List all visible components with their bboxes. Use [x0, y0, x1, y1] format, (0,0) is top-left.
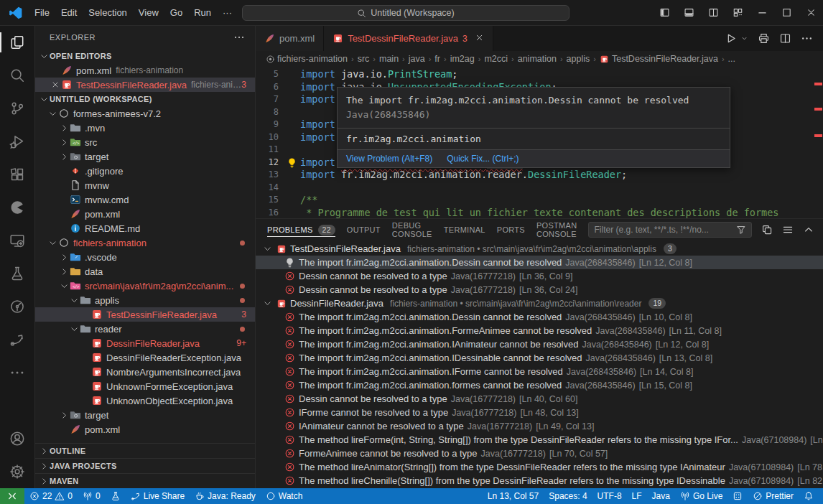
section-maven[interactable]: MAVEN: [35, 473, 255, 488]
problems-file-dessinfilereader.java[interactable]: DessinFileReader.java fichiers-animation…: [256, 297, 823, 310]
tree-item-nombreargumentsincorrect.java[interactable]: NombreArgumentsIncorrect.java: [35, 365, 255, 379]
maximize-icon[interactable]: [774, 0, 799, 25]
status-flask-status[interactable]: [106, 488, 126, 504]
breadcrumb-item-animation[interactable]: animation: [518, 54, 557, 64]
tree-item-target[interactable]: target: [35, 408, 255, 422]
tree-item-.mvn[interactable]: .mvn: [35, 121, 255, 135]
section-untitled-workspace-[interactable]: UNTITLED (WORKSPACE): [35, 92, 255, 106]
problem-row[interactable]: The method lireForme(int, String, String…: [256, 433, 823, 447]
problems-filter-input[interactable]: [594, 225, 732, 235]
minimize-icon[interactable]: [750, 0, 774, 25]
breadcrumb-item-java[interactable]: java: [409, 54, 425, 64]
filter-funnel-icon[interactable]: [736, 225, 746, 235]
breadcrumb-item-testdessinfilereader.java[interactable]: TestDessinFileReader.java: [600, 54, 718, 64]
remote-indicator[interactable]: [0, 488, 24, 504]
sidebar-more-actions-icon[interactable]: [233, 32, 245, 43]
breadcrumb-item-im2ag[interactable]: im2ag: [450, 54, 475, 64]
breadcrumb-item-applis[interactable]: applis: [567, 54, 590, 64]
activity-item-extensions[interactable]: [0, 158, 34, 191]
problem-row[interactable]: The method lireAnimator(String[]) from t…: [256, 460, 823, 474]
activity-item-testing[interactable]: [0, 257, 34, 290]
status-language-mode[interactable]: Java: [647, 488, 675, 504]
problem-row[interactable]: IAnimateur cannot be resolved to a type …: [256, 419, 823, 433]
breadcrumb-item-main[interactable]: main: [379, 54, 399, 64]
status-problems-status[interactable]: 220: [24, 488, 78, 504]
chevron-up-icon[interactable]: [803, 224, 814, 235]
tree-item-unknownformeexception.java[interactable]: UnknownFormeException.java: [35, 379, 255, 393]
view-problem-link[interactable]: View Problem (Alt+F8): [346, 154, 432, 164]
tree-item-src-main-java-fr-im2ag-m2cci-anim...[interactable]: </>src\main\java\fr\im2ag\m2cci\anim...: [35, 279, 255, 293]
menu-go[interactable]: Go: [164, 5, 188, 20]
activity-item-more-views[interactable]: [0, 356, 34, 389]
tree-item-readme.md[interactable]: README.md: [35, 221, 255, 235]
problem-row[interactable]: IForme cannot be resolved to a type Java…: [256, 406, 823, 419]
tree-item-pom.xml[interactable]: pom.xml: [35, 422, 255, 437]
tree-item-reader[interactable]: reader: [35, 322, 255, 336]
status-go-live[interactable]: Go Live: [675, 488, 727, 504]
problem-row[interactable]: The import fr.im2ag.m2cci.animation.IDes…: [256, 351, 823, 365]
problem-row[interactable]: The import fr.im2ag.m2cci.animation.IAni…: [256, 337, 823, 351]
status-prettier[interactable]: Prettier: [748, 488, 799, 504]
tree-item-src[interactable]: </>src: [35, 135, 255, 149]
menu-edit[interactable]: Edit: [55, 5, 83, 20]
layout-split-icon[interactable]: [701, 0, 725, 25]
problems-file-testdessinfilereader.java[interactable]: TestDessinFileReader.java fichiers-anima…: [256, 242, 823, 256]
tree-item-target[interactable]: target: [35, 149, 255, 164]
more-actions-icon[interactable]: [801, 32, 813, 45]
activity-item-search[interactable]: [0, 59, 34, 92]
problem-row[interactable]: Dessin cannot be resolved to a type Java…: [256, 269, 823, 283]
problem-row[interactable]: The method lireChenille(String[]) from t…: [256, 474, 823, 487]
menu-run[interactable]: Run: [188, 5, 217, 20]
problem-row[interactable]: The import fr.im2ag.m2cci.animation.Form…: [256, 324, 823, 337]
tree-item-testdessinfilereader.java[interactable]: TestDessinFileReader.java3: [35, 307, 255, 322]
tree-item-pom.xml[interactable]: pom.xml: [35, 207, 255, 221]
tree-item-fichiers-animation[interactable]: fichiers-animation: [35, 235, 255, 250]
tree-item-testdessinfilereader.java[interactable]: TestDessinFileReader.javafichiers-animat…: [35, 78, 255, 92]
run-dropdown-icon[interactable]: [740, 34, 748, 42]
breadcrumb-item-fr[interactable]: fr: [434, 54, 440, 64]
activity-item-live-share[interactable]: [0, 323, 34, 356]
run-button[interactable]: [725, 32, 737, 45]
problem-row[interactable]: Dessin cannot be resolved to a type Java…: [256, 283, 823, 297]
panel-tab-terminal[interactable]: TERMINAL: [444, 219, 485, 241]
tree-item-applis[interactable]: applis: [35, 293, 255, 307]
code-line-16[interactable]: 16 * Programme de test qui lit un fichie…: [256, 207, 823, 219]
activity-item-source-control[interactable]: [0, 92, 34, 125]
activity-item-accounts[interactable]: [0, 422, 34, 455]
activity-item-run-and-debug[interactable]: [0, 125, 34, 158]
close-icon[interactable]: [799, 0, 823, 25]
code-line-5[interactable]: 5import java.io.PrintStream;: [256, 68, 823, 81]
status-grid-extension[interactable]: [727, 488, 748, 504]
tree-item-unknownobjectexception.java[interactable]: UnknownObjectException.java: [35, 393, 255, 408]
status-eol[interactable]: LF: [627, 488, 647, 504]
breadcrumb-item-...[interactable]: ...: [728, 54, 735, 64]
status-indentation[interactable]: Spaces: 4: [544, 488, 592, 504]
panel-tab-output[interactable]: OUTPUT: [347, 219, 381, 241]
status-ports-status[interactable]: 0: [78, 488, 106, 504]
breadcrumb-item-fichiers-animation[interactable]: fichiers-animation: [277, 54, 348, 64]
breadcrumb-item-src[interactable]: src: [358, 54, 370, 64]
code-line-14[interactable]: 14: [256, 182, 823, 195]
layout-grid-icon[interactable]: [725, 0, 750, 25]
tree-item-mvnw[interactable]: mvnw: [35, 178, 255, 192]
print-icon[interactable]: [758, 32, 770, 45]
tree-item-dessinfilereader.java[interactable]: DessinFileReader.java9+: [35, 336, 255, 350]
section-outline[interactable]: OUTLINE: [35, 443, 255, 458]
menu-[interactable]: ···: [217, 5, 238, 20]
problem-row[interactable]: The import fr.im2ag.m2cci.animation.Dess…: [256, 310, 823, 324]
close-editor-icon[interactable]: [50, 80, 61, 89]
breadcrumb-item-m2cci[interactable]: m2cci: [484, 54, 508, 64]
panel-tab-postman-console[interactable]: POSTMAN CONSOLE: [536, 219, 577, 241]
status-encoding[interactable]: UTF-8: [592, 488, 627, 504]
section-open-editors[interactable]: OPEN EDITORS: [35, 49, 255, 63]
code-editor[interactable]: 5import java.io.PrintStream;6import java…: [256, 67, 823, 218]
tree-item-formes-animees-v7.2[interactable]: formes-animees-v7.2: [35, 106, 255, 121]
tree-item-mvnw.cmd[interactable]: mvnw.cmd: [35, 192, 255, 207]
table-view-icon[interactable]: [761, 224, 773, 235]
code-line-13[interactable]: 13import fr.im2ag.m2cci.animation.reader…: [256, 169, 823, 182]
activity-item-explorer[interactable]: [0, 26, 34, 59]
activity-item-clock-extension[interactable]: [0, 290, 34, 323]
panel-tab-debug-console[interactable]: DEBUG CONSOLE: [392, 219, 432, 241]
tree-item-pom.xml[interactable]: pom.xmlfichiers-animation: [35, 63, 255, 78]
status-notifications[interactable]: [799, 488, 819, 504]
